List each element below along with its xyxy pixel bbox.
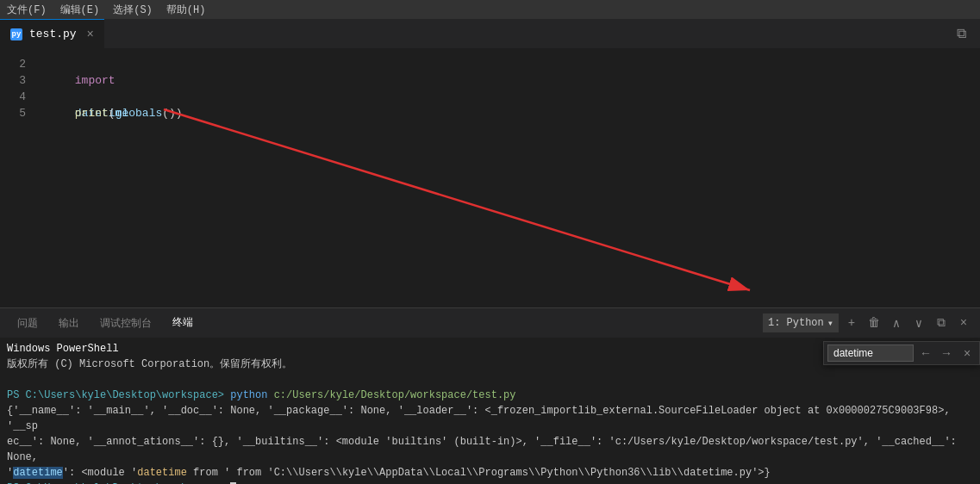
split-editor-button[interactable]: ⧉ <box>949 22 973 46</box>
line-numbers: 2 3 4 5 <box>0 49 34 307</box>
panel-tab-output[interactable]: 输出 <box>48 308 90 338</box>
panel-tabs: 问题 输出 调试控制台 终端 1: Python ▾ + 🗑 ∧ ∨ ⧉ × <box>0 307 980 338</box>
menu-item-help[interactable]: 帮助(H) <box>166 3 206 17</box>
find-close-button[interactable]: × <box>958 344 976 362</box>
maximize-panel-button[interactable]: ⧉ <box>932 313 951 332</box>
keyword-import: import <box>75 74 115 87</box>
terminal-line-3 <box>7 372 973 388</box>
file-type-icon: py <box>10 28 22 40</box>
terminal-selector[interactable]: 1: Python ▾ <box>763 313 839 332</box>
terminal-line-6: ec__': None, '__annot_ations__': {}, '__… <box>7 434 973 465</box>
scroll-down-button[interactable]: ∨ <box>909 313 928 332</box>
tab-filename: test.py <box>29 28 77 40</box>
terminal-datetime-highlight: datetime <box>13 467 63 479</box>
find-next-button[interactable]: → <box>938 344 955 362</box>
code-line-2: import datetime <box>34 56 980 72</box>
code-line-3 <box>34 72 980 89</box>
menu-item-file[interactable]: 文件(F) <box>7 3 47 17</box>
panel-tab-terminal[interactable]: 终端 <box>162 308 203 338</box>
new-terminal-button[interactable]: + <box>842 313 861 332</box>
terminal-line7-mid: ': <module ' <box>63 467 137 479</box>
panel-right-actions: 1: Python ▾ + 🗑 ∧ ∨ ⧉ × <box>763 313 973 332</box>
terminal-cmd-path: c:/Users/kyle/Desktop/workspace/test.py <box>274 389 516 401</box>
code-content[interactable]: import datetime print(globals()) <box>34 49 980 307</box>
tab-bar-actions: ⧉ <box>949 19 980 48</box>
builtin-globals: globals <box>115 107 163 120</box>
tab-bar: py test.py × ⧉ <box>0 19 980 49</box>
terminal-area[interactable]: Windows PowerShell 版权所有 (C) Microsoft Co… <box>0 338 980 484</box>
terminal-prompt: PS C:\Users\kyle\Desktop\workspace> <box>7 389 230 401</box>
terminal-selector-label: 1: Python <box>768 317 824 329</box>
terminal-line7-from: from <box>187 467 224 479</box>
find-input[interactable] <box>827 344 914 362</box>
terminal-line7-mod: datetime <box>137 467 187 479</box>
terminal-line-7: 'datetime': <module 'datetime from ' fro… <box>7 465 973 481</box>
editor-area: 2 3 4 5 import datetime print(globals()) <box>0 49 980 307</box>
terminal-line-5: {'__name__': '__main__', '__doc__': None… <box>7 403 973 434</box>
terminal-line-4: PS C:\Users\kyle\Desktop\workspace> pyth… <box>7 388 973 403</box>
func-print: print <box>75 107 109 120</box>
terminal-selector-arrow: ▾ <box>827 317 833 330</box>
tab-test-py[interactable]: py test.py × <box>0 19 104 48</box>
terminal-cmd-python: python <box>230 389 273 401</box>
panel-tab-problems[interactable]: 问题 <box>7 308 48 338</box>
terminal-line7-suf: ' from 'C:\\Users\\kyle\\AppData\\Local\… <box>224 467 771 479</box>
menu-item-select[interactable]: 选择(S) <box>113 3 153 17</box>
panel-tab-debug-console[interactable]: 调试控制台 <box>90 308 162 338</box>
code-line-4: print(globals()) <box>34 89 980 105</box>
close-panel-button[interactable]: × <box>954 313 973 332</box>
tab-close-button[interactable]: × <box>87 28 94 41</box>
scroll-up-button[interactable]: ∧ <box>887 313 906 332</box>
menu-bar: 文件(F) 编辑(E) 选择(S) 帮助(H) <box>0 0 980 19</box>
menu-item-edit[interactable]: 编辑(E) <box>60 3 100 17</box>
find-widget: ← → × <box>823 341 980 365</box>
find-prev-button[interactable]: ← <box>917 344 934 362</box>
kill-terminal-button[interactable]: 🗑 <box>865 313 883 332</box>
